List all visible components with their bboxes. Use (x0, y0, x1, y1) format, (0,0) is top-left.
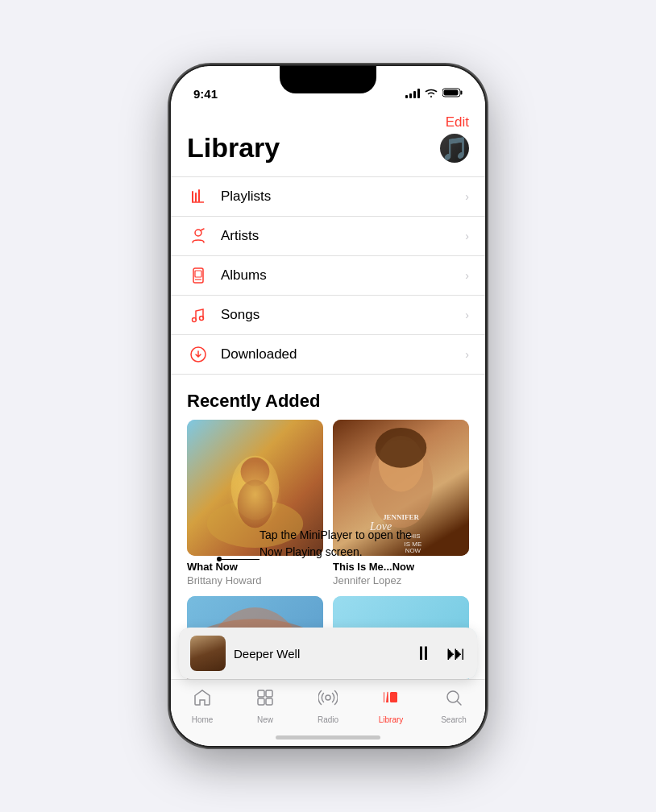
mini-player-title: Deeper Well (234, 647, 414, 661)
svg-rect-5 (198, 189, 200, 202)
library-item-songs[interactable]: Songs › (171, 296, 485, 335)
avatar[interactable]: 🎵 (440, 134, 469, 163)
battery-icon (442, 86, 463, 101)
album-name-this-is-me: This Is Me...Now (333, 561, 469, 574)
svg-rect-2 (444, 90, 459, 96)
svg-rect-3 (192, 191, 193, 202)
svg-rect-39 (390, 692, 397, 702)
library-item-playlists[interactable]: Playlists › (171, 177, 485, 217)
search-tab-label: Search (441, 715, 467, 724)
playlists-label: Playlists (221, 188, 465, 205)
home-tab-label: Home (192, 715, 214, 724)
albums-icon (187, 267, 210, 284)
svg-rect-37 (266, 698, 272, 705)
library-item-downloaded[interactable]: Downloaded › (171, 335, 485, 375)
radio-tab-label: Radio (318, 715, 338, 724)
svg-rect-4 (195, 193, 197, 202)
svg-rect-34 (258, 690, 264, 697)
wifi-icon (425, 86, 438, 101)
svg-rect-36 (258, 698, 264, 705)
library-header: Edit Library 🎵 (171, 114, 485, 164)
annotation-text: Tap the MiniPlayer to open the Now Playi… (259, 527, 437, 561)
library-tab-icon (381, 688, 401, 712)
svg-rect-1 (461, 91, 463, 95)
new-tab-icon (255, 688, 275, 712)
status-time: 9:41 (193, 87, 218, 101)
albums-label: Albums (221, 267, 465, 284)
forward-button[interactable]: ⏭ (446, 642, 466, 665)
artists-label: Artists (221, 228, 465, 244)
svg-point-23 (376, 428, 427, 468)
new-tab-label: New (257, 715, 273, 724)
svg-rect-10 (195, 271, 201, 277)
notch (280, 66, 376, 93)
mini-player-art (190, 636, 226, 671)
home-indicator (276, 735, 380, 740)
downloaded-label: Downloaded (221, 346, 465, 362)
svg-line-41 (458, 702, 462, 706)
signal-icon (405, 89, 420, 98)
library-item-artists[interactable]: Artists › (171, 217, 485, 256)
radio-tab-icon (318, 688, 338, 712)
library-tab-label: Library (379, 715, 404, 724)
playlists-chevron: › (465, 190, 469, 203)
mini-player[interactable]: Deeper Well ⏸ ⏭ (179, 628, 477, 679)
home-tab-icon (193, 688, 212, 712)
albums-chevron: › (465, 269, 469, 282)
content-area: Edit Library 🎵 (171, 110, 485, 679)
page-title: Library (187, 132, 280, 164)
svg-point-38 (326, 695, 330, 700)
downloaded-chevron: › (465, 348, 469, 361)
songs-chevron: › (465, 309, 469, 321)
status-icons (405, 86, 463, 101)
annotation: Tap the MiniPlayer to open the Now Playi… (259, 527, 437, 561)
edit-button[interactable]: Edit (446, 114, 469, 130)
library-item-albums[interactable]: Albums › (171, 256, 485, 296)
svg-rect-35 (266, 690, 272, 697)
pause-button[interactable]: ⏸ (414, 642, 434, 665)
artists-chevron: › (465, 230, 469, 242)
svg-point-40 (447, 691, 459, 702)
recently-added-header: Recently Added (171, 375, 485, 420)
search-tab-icon (444, 688, 463, 712)
album-card-what-now[interactable]: What Now Brittany Howard (187, 420, 323, 586)
tab-library[interactable]: Library (359, 688, 422, 724)
album-card-this-is-me[interactable]: JENNIFER Love THIS IS ME NOW This Is Me.… (333, 420, 469, 586)
status-bar: 9:41 (171, 66, 485, 110)
songs-label: Songs (221, 307, 465, 323)
svg-point-13 (200, 317, 204, 321)
songs-icon (187, 306, 210, 324)
mini-player-controls: ⏸ ⏭ (414, 642, 466, 665)
tab-new[interactable]: New (234, 688, 297, 724)
album-artist-what-now: Brittany Howard (187, 574, 323, 586)
svg-point-19 (238, 480, 273, 528)
tab-home[interactable]: Home (171, 688, 234, 724)
album-name-what-now: What Now (187, 561, 323, 574)
tab-search[interactable]: Search (422, 688, 485, 724)
tab-radio[interactable]: Radio (297, 688, 359, 724)
library-list: Playlists › Artists › (171, 176, 485, 375)
artists-icon (187, 227, 210, 245)
downloaded-icon (187, 346, 210, 363)
svg-point-17 (231, 456, 280, 520)
svg-point-18 (241, 458, 270, 487)
svg-line-8 (201, 229, 204, 230)
svg-point-12 (193, 318, 197, 322)
album-artist-this-is-me: Jennifer Lopez (333, 574, 469, 586)
playlists-icon (187, 188, 210, 205)
